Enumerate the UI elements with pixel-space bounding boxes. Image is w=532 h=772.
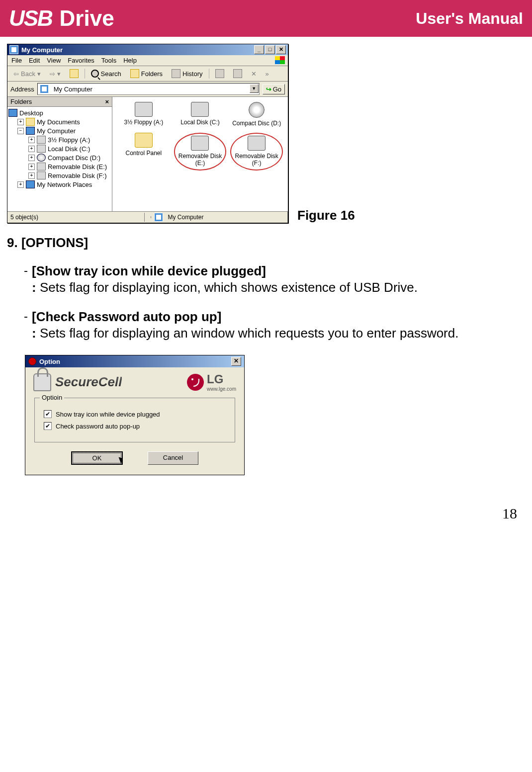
option1-title: [Show tray icon while device plugged] (32, 263, 525, 279)
cd-icon (249, 102, 265, 118)
cursor-icon (115, 456, 125, 468)
windows-flag-icon (275, 56, 285, 64)
tree-mycomp[interactable]: My Computer (37, 127, 76, 135)
checkbox-tray-icon[interactable]: ✔ (44, 410, 52, 418)
removable-icon (191, 136, 209, 151)
status-bar: 5 object(s) My Computer (7, 211, 288, 223)
window-titlebar[interactable]: My Computer _ □ ✕ (7, 44, 288, 55)
folders-pane: Folders × Desktop +My Documents −My Comp… (7, 97, 112, 211)
bullet-dash: - (20, 263, 32, 277)
removable-icon (248, 136, 266, 151)
option-dialog: Option ✕ SecureCell LG www.lge.com Optio… (25, 355, 245, 475)
toolbar: ⇦ Back ▾ ⇨ ▾ Search Folders History ✕ » (7, 66, 288, 82)
page-number: 18 (0, 495, 532, 532)
menu-view[interactable]: View (47, 57, 61, 64)
item-local[interactable]: Local Disk (C:) (174, 102, 227, 127)
address-bar: Address My Computer ▼ ↪Go (7, 82, 288, 97)
groupbox-title: Optioin (40, 394, 64, 401)
tree-cd[interactable]: Compact Disc (D:) (48, 154, 100, 162)
tree-reme[interactable]: Removable Disk (E:) (48, 163, 107, 171)
close-button[interactable]: ✕ (276, 45, 286, 54)
status-objects: 5 object(s) (7, 213, 145, 222)
folders-pane-title: Folders (10, 98, 32, 105)
icon-pane[interactable]: 3½ Floppy (A:) Local Disk (C:) Compact D… (112, 97, 288, 211)
back-button[interactable]: ⇦ Back ▾ (10, 69, 44, 79)
status-location: My Computer (168, 214, 204, 221)
checkbox-password-label: Check password auto pop-up (56, 423, 140, 430)
address-label: Address (10, 86, 34, 93)
menu-edit[interactable]: Edit (29, 57, 40, 64)
menu-tools[interactable]: Tools (101, 57, 116, 64)
item-cd[interactable]: Compact Disc (D:) (230, 102, 283, 127)
dialog-titlebar[interactable]: Option ✕ (25, 355, 244, 367)
maximize-button[interactable]: □ (265, 45, 275, 54)
up-button[interactable] (67, 68, 82, 79)
section-options-title: 9. [OPTIONS] (7, 235, 525, 251)
history-button[interactable]: History (169, 68, 205, 79)
tool-icon-2[interactable] (230, 68, 245, 79)
dialog-close-button[interactable]: ✕ (231, 357, 241, 366)
option-groupbox: Optioin ✔ Show tray icon while device pl… (34, 398, 235, 442)
tool-icon-3[interactable]: ✕ (248, 69, 260, 79)
manual-title: User's Manual (416, 9, 523, 28)
window-title: My Computer (21, 46, 63, 54)
folder-tree[interactable]: Desktop +My Documents −My Computer +3½ F… (7, 107, 112, 211)
cancel-button[interactable]: Cancel (148, 451, 198, 465)
option2-desc: Sets flag for displaying an window which… (40, 326, 459, 341)
dialog-title: Option (39, 358, 60, 365)
mycomputer-icon (9, 45, 18, 54)
menu-bar: File Edit View Favorites Tools Help (7, 55, 288, 66)
lock-icon (33, 373, 51, 391)
dialog-app-icon (28, 357, 36, 365)
lg-face-icon (187, 374, 204, 391)
address-icon (40, 85, 49, 93)
securecell-logo: SecureCell (33, 373, 122, 391)
checkbox-tray-label: Show tray icon while device plugged (56, 411, 160, 418)
controlpanel-icon (135, 133, 153, 148)
item-removable-f[interactable]: Removable Disk (F:) (230, 133, 283, 171)
tree-mydocs[interactable]: My Documents (37, 118, 80, 126)
address-field[interactable]: My Computer ▼ (37, 83, 260, 95)
tool-icon-1[interactable] (212, 68, 227, 79)
tree-local[interactable]: Local Disk (C:) (48, 145, 90, 153)
toolbar-overflow[interactable]: » (263, 69, 272, 79)
logo-usb: USB (9, 6, 52, 31)
forward-button[interactable]: ⇨ ▾ (47, 69, 64, 79)
logo: USB Drive (9, 6, 114, 31)
minimize-button[interactable]: _ (254, 45, 264, 54)
menu-help[interactable]: Help (123, 57, 137, 64)
mycomputer-window: My Computer _ □ ✕ File Edit View Favorit… (7, 44, 288, 223)
item-floppy[interactable]: 3½ Floppy (A:) (117, 102, 170, 127)
drive-icon (191, 102, 209, 117)
address-value: My Computer (54, 86, 92, 93)
item-removable-e[interactable]: Removable Disk (E:) (174, 133, 227, 171)
folders-button[interactable]: Folders (127, 68, 166, 79)
search-button[interactable]: Search (88, 69, 124, 79)
document-header: USB Drive User's Manual (0, 0, 532, 37)
status-icon (154, 213, 163, 222)
bullet-dash: - (20, 309, 32, 323)
tree-remf[interactable]: Removable Disk (F:) (48, 172, 106, 179)
logo-drive: Drive (60, 6, 114, 30)
tree-network[interactable]: My Network Places (37, 181, 92, 188)
item-controlpanel[interactable]: Control Panel (117, 133, 170, 171)
address-dropdown[interactable]: ▼ (250, 84, 259, 93)
ok-button[interactable]: OK (71, 451, 123, 465)
menu-file[interactable]: File (11, 57, 22, 64)
figure-label: Figure 16 (297, 208, 355, 223)
folders-pane-close[interactable]: × (105, 98, 109, 105)
tree-floppy[interactable]: 3½ Floppy (A:) (48, 136, 90, 144)
floppy-icon (135, 102, 153, 117)
checkbox-password-popup[interactable]: ✔ (44, 422, 52, 430)
tree-desktop[interactable]: Desktop (19, 109, 43, 117)
option2-title: [Check Password auto pop up] (32, 309, 525, 325)
option1-desc: Sets flag for displaying icon, which sho… (40, 280, 418, 295)
lg-logo: LG www.lge.com (187, 372, 236, 392)
menu-favorites[interactable]: Favorites (68, 57, 94, 64)
go-button[interactable]: ↪Go (263, 84, 285, 94)
